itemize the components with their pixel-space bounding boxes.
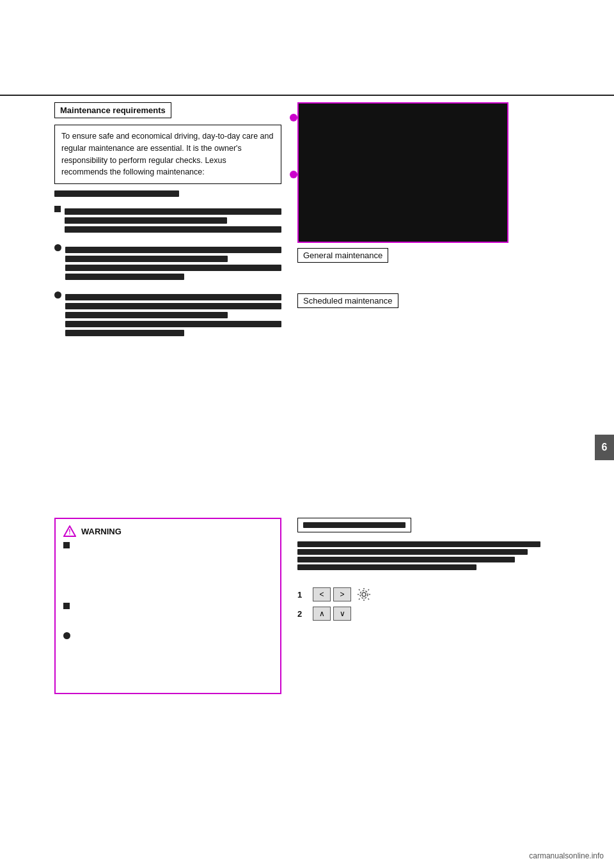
intro-text-box: To ensure safe and economical driving, d…: [54, 125, 281, 184]
redact-c1-4: [65, 274, 184, 280]
rl-redact-4: [297, 564, 476, 570]
redact-sq-2: [65, 217, 227, 224]
nav-btn-left[interactable]: <: [313, 587, 331, 601]
redact-c2-5: [65, 330, 184, 336]
left-column: Maintenance requirements To ensure safe …: [54, 102, 281, 348]
redact-c2-2: [65, 303, 281, 309]
nav-row2-num: 2: [297, 609, 306, 619]
right-lower-section: 1 < > 2 ∧ ∨: [297, 518, 553, 626]
redact-c2-3: [65, 312, 228, 318]
warning-header: ! WARNING: [63, 525, 272, 537]
circle-bullet-icon-1: [54, 244, 61, 251]
warn-bullet-square-1: [63, 542, 272, 593]
warning-box: ! WARNING: [54, 518, 281, 694]
right-lower-label: [297, 518, 411, 532]
image-dot-mid: [290, 171, 297, 178]
nav-row-2: 2 ∧ ∨: [297, 607, 553, 621]
redact-c1-2: [65, 256, 228, 262]
nav-row1-num: 1: [297, 590, 306, 600]
general-maintenance-label: General maintenance: [297, 248, 388, 263]
warning-content: [63, 542, 272, 683]
intro-text: To ensure safe and economical driving, d…: [61, 132, 273, 176]
bullet-content-square: [65, 206, 281, 235]
warn-square-icon-1: [63, 542, 70, 548]
rl-redact-2: [297, 549, 528, 555]
circle-bullet-icon-2: [54, 291, 61, 298]
image-box: [297, 102, 508, 243]
nav-btn-down[interactable]: ∨: [333, 607, 351, 621]
warning-triangle-icon: !: [63, 525, 76, 537]
gear-icon: [358, 588, 370, 601]
redact-c2-1: [65, 294, 281, 300]
square-bullet-icon: [54, 206, 61, 212]
redact-c1-3: [65, 265, 281, 271]
bullet-row-circle-1: [54, 244, 281, 283]
bullet-row-circle-2: [54, 291, 281, 339]
warn-square-icon-2: [63, 603, 70, 609]
nav-section: 1 < > 2 ∧ ∨: [297, 587, 553, 621]
right-lower-text-block: [297, 541, 553, 570]
circle-bullet-section-2: [54, 291, 281, 339]
warn-circle-icon: [63, 632, 70, 639]
right-lower-label-redact: [303, 522, 405, 528]
warn-bullet-square-2: [63, 603, 272, 625]
redact-sq-3: [65, 226, 281, 233]
redact-bar-1: [54, 190, 179, 197]
svg-text:!: !: [68, 529, 70, 536]
redact-sq-1: [65, 208, 281, 215]
nav-row-1: 1 < >: [297, 587, 553, 601]
scheduled-maintenance-label: Scheduled maintenance: [297, 293, 398, 308]
nav-btn-up[interactable]: ∧: [313, 607, 331, 621]
rl-redact-1: [297, 541, 540, 547]
maintenance-requirements-box: Maintenance requirements: [54, 102, 171, 118]
nav-btn-right[interactable]: >: [333, 587, 351, 601]
page-container: Maintenance requirements To ensure safe …: [0, 0, 614, 868]
right-column: General maintenance Scheduled maintenanc…: [297, 102, 540, 313]
bullet-content-circle-1: [65, 244, 281, 283]
watermark: carmanualsonline.info: [529, 851, 604, 860]
rl-redact-3: [297, 557, 515, 562]
svg-point-2: [362, 593, 366, 596]
maintenance-requirements-title: Maintenance requirements: [60, 105, 166, 115]
redact-c1-1: [65, 247, 281, 253]
page-number-tab: 6: [595, 435, 614, 460]
redact-c2-4: [65, 321, 281, 327]
bullet-row-square: [54, 206, 281, 235]
square-bullet-section: [54, 206, 281, 235]
svg-point-3: [360, 591, 368, 598]
image-dot-top: [290, 114, 297, 121]
bullet-content-circle-2: [65, 291, 281, 339]
circle-bullet-section-1: [54, 244, 281, 283]
warning-title: WARNING: [81, 527, 122, 536]
top-divider: [0, 95, 614, 96]
page-number: 6: [602, 442, 608, 453]
warn-bullet-circle: [63, 632, 272, 683]
